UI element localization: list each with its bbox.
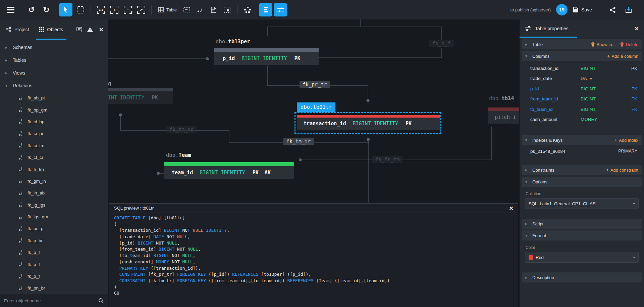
delete-table-button[interactable]: Delete: [620, 42, 638, 47]
tree-item-tables[interactable]: ▸Tables: [0, 54, 108, 67]
diagram-canvas[interactable]: fk_p_f fk_pr_tr fk_tm_sg fk_tm_tr fk_fr_…: [108, 19, 519, 307]
relation-list-item[interactable]: fk_p_br: [0, 235, 108, 247]
table-tb14[interactable]: pitch_i: [488, 107, 519, 124]
relation-list-item[interactable]: fk_ci_pr: [0, 128, 108, 139]
column-type: BIGINT IDENTITY: [200, 170, 245, 176]
relation-list-item[interactable]: fk_gm_in: [0, 175, 108, 187]
relation-list-item[interactable]: fk_p_f: [0, 247, 108, 258]
zoom-fit-button[interactable]: ↗: [135, 3, 148, 16]
warnings-button[interactable]: [87, 27, 93, 32]
section-constraints[interactable]: ▸ Constraints +Add constraint: [522, 165, 642, 175]
sql-preview-close-button[interactable]: ×: [509, 205, 513, 212]
add-index-button[interactable]: +Add index: [614, 137, 638, 143]
column-row[interactable]: to_team_id BIGINT FK: [520, 104, 644, 115]
add-constraint-button[interactable]: +Add constraint: [606, 167, 638, 173]
changes-count-badge[interactable]: 19: [556, 4, 568, 15]
color-select[interactable]: Red ▾: [525, 252, 639, 263]
relation-list-item[interactable]: fk_ci_bp: [0, 116, 108, 128]
add-shortcut-table-button[interactable]: [180, 3, 194, 16]
panel-close-button[interactable]: ×: [635, 25, 639, 33]
tree-item-views[interactable]: ▸Views: [0, 67, 108, 79]
section-options[interactable]: ▾ Options: [522, 177, 642, 187]
column-row[interactable]: p_id BIGINT FK: [520, 84, 644, 94]
add-column-button[interactable]: +Add a column: [607, 53, 638, 59]
dashed-table-icon: [183, 7, 190, 12]
table-team[interactable]: team_id BIGINT IDENTITY PK AK: [164, 162, 294, 179]
zoom-actual-button[interactable]: 1:1: [94, 3, 108, 16]
relation-list-item[interactable]: fk_bp_gm: [0, 104, 108, 116]
table-title-tb01tr[interactable]: dbo.tb01tr: [297, 102, 335, 112]
relation-list-item[interactable]: fk_ct_ci: [0, 151, 108, 163]
export-button[interactable]: [622, 3, 635, 16]
save-button[interactable]: Save: [573, 7, 592, 13]
column-row[interactable]: trade_date DATE: [520, 74, 644, 84]
table-header-bar: [488, 107, 519, 111]
relation-label-fk_p_f[interactable]: fk_p_f: [429, 40, 453, 47]
relation-list-item[interactable]: fk_in_ab: [0, 187, 108, 199]
table-tb01tr[interactable]: transaction_id BIGINT IDENTITY PK: [297, 115, 440, 130]
add-table-button[interactable]: Table: [155, 3, 180, 16]
marquee-select-button[interactable]: [74, 3, 87, 16]
relation-list-item[interactable]: fk_ab_pt: [0, 92, 108, 104]
column-row[interactable]: cash_amount MONEY: [520, 115, 644, 125]
zoom-out-button[interactable]: −: [121, 3, 135, 16]
section-table[interactable]: ▸ Table Show in... Delete: [522, 39, 642, 49]
sidebar-close-button[interactable]: ×: [99, 26, 103, 34]
object-search-input[interactable]: [4, 298, 98, 303]
table-tb13per[interactable]: p_id BIGINT IDENTITY PK: [214, 48, 319, 65]
table-title-tb14: dbo.tb14: [489, 95, 514, 101]
tab-objects[interactable]: Objects: [38, 19, 64, 40]
column-row[interactable]: transaction_id BIGINT PK: [520, 63, 644, 74]
section-description[interactable]: ▸ Description: [522, 272, 642, 282]
tree-item-schemas[interactable]: ▸Schemas: [0, 41, 108, 54]
column-type: BIGINT: [581, 96, 618, 101]
share-button[interactable]: [606, 3, 619, 16]
add-relation-button[interactable]: [194, 3, 207, 16]
section-format[interactable]: ▾ Format: [522, 230, 642, 240]
relation-label-fk_fr_tm[interactable]: fk_fr_tm: [372, 156, 402, 163]
column-name: pitch_i: [495, 114, 516, 120]
relation-label-fk_tm_tr[interactable]: fk_tm_tr: [283, 138, 314, 145]
table-title-tb13per[interactable]: dbo.tb13per: [216, 39, 250, 45]
relation-list-item[interactable]: fk_pn_br: [0, 282, 108, 294]
search-icon[interactable]: [98, 298, 104, 304]
relation-list-item[interactable]: fk_lg_lgs: [0, 199, 108, 211]
index-row[interactable]: pk_21548_86084 PRIMARY: [520, 145, 644, 157]
table-header-bar: [108, 88, 173, 91]
show-in-button[interactable]: Show in...: [591, 42, 615, 47]
toggle-object-browser-button[interactable]: [259, 3, 272, 16]
arrange-tables-button[interactable]: [241, 3, 254, 16]
relation-list-item[interactable]: fk_p_f: [0, 270, 108, 282]
relation-name: fk_ab_pt: [28, 95, 45, 100]
section-indexes[interactable]: ▾ Indexes & Keys +Add index: [522, 135, 642, 145]
undo-button[interactable]: ↺: [25, 3, 38, 16]
zoom-in-button[interactable]: +: [108, 3, 121, 16]
tab-project[interactable]: Project: [5, 19, 31, 40]
relation-list-item[interactable]: fk_lgs_gm: [0, 211, 108, 223]
table-title-team[interactable]: dbo.Team: [166, 152, 191, 158]
relation-list-item[interactable]: fk_ci_tm: [0, 140, 108, 151]
comments-button[interactable]: [76, 27, 82, 32]
section-script[interactable]: ▸ Script: [522, 219, 642, 229]
table-fragment[interactable]: INT IDENTITY PK: [108, 88, 173, 104]
add-note-button[interactable]: [207, 3, 220, 16]
relation-list-item[interactable]: fk_oc_p: [0, 223, 108, 234]
relation-icon: [19, 238, 23, 243]
marquee-icon: [77, 6, 84, 13]
relation-list-item[interactable]: fk_p_f: [0, 258, 108, 270]
add-area-button[interactable]: [220, 3, 234, 16]
select-tool-button[interactable]: [59, 3, 72, 16]
relations-list: fk_ab_pt fk_bp_gm fk_ci_bp fk_ci_pr: [0, 92, 108, 294]
relation-list-item[interactable]: fk_fr_tm: [0, 163, 108, 175]
main-menu-button[interactable]: [4, 3, 17, 16]
relation-label-fk_tm_sg[interactable]: fk_tm_sg: [166, 126, 197, 133]
publish-status-text: to publish (sqlserver): [510, 7, 551, 12]
tree-item-relations[interactable]: ▾Relations: [0, 79, 108, 92]
toggle-properties-button[interactable]: [274, 3, 287, 16]
collation-select[interactable]: SQL_Latin1_General_CP1_CI_AS ▾: [525, 198, 639, 209]
comment-icon: [76, 27, 82, 32]
redo-button[interactable]: ↻: [40, 3, 53, 16]
section-columns[interactable]: ▾ Columns +Add a column: [522, 51, 642, 61]
column-row[interactable]: from_team_id BIGINT FK: [520, 94, 644, 104]
relation-label-fk_pr_tr[interactable]: fk_pr_tr: [300, 81, 330, 88]
